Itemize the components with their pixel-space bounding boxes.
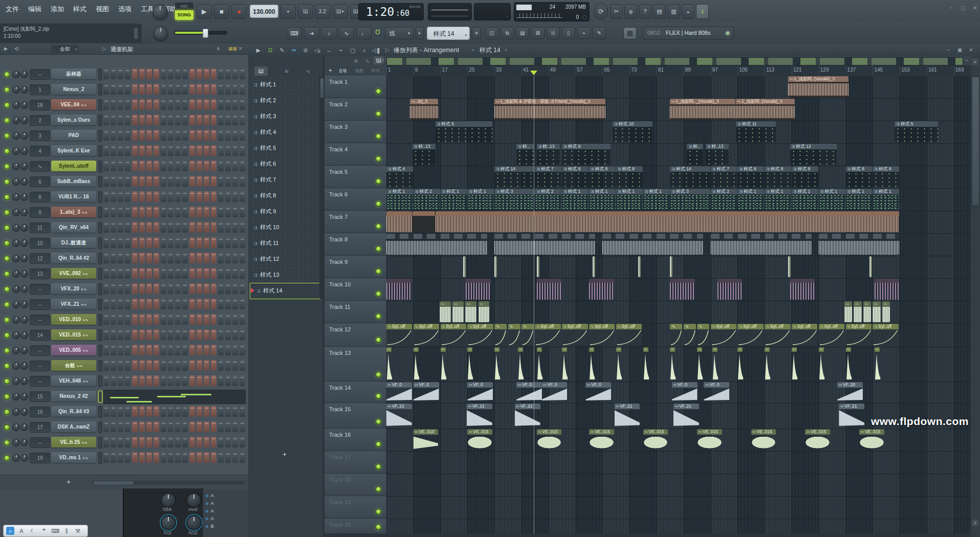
master-volume-knob[interactable] <box>153 4 168 19</box>
stop-button[interactable]: ■ <box>214 4 229 19</box>
track-options[interactable]: ... <box>329 339 334 344</box>
step-cell[interactable] <box>239 283 245 294</box>
clip-pat[interactable]: ヨ样.. <box>687 144 703 165</box>
step-cell[interactable] <box>218 421 224 432</box>
channel-target-selector[interactable]: -- <box>30 299 50 310</box>
step-cell[interactable] <box>103 375 109 386</box>
channel-pan-knob[interactable] <box>12 163 20 170</box>
help-button[interactable]: ? <box>639 4 651 19</box>
playlist-close[interactable]: ✕ <box>967 47 975 53</box>
step-cell[interactable] <box>139 283 145 294</box>
clip-hat10[interactable] <box>466 279 491 300</box>
channel-mini-fader[interactable] <box>98 145 102 157</box>
step-cell[interactable] <box>154 115 159 125</box>
channel-pan-knob[interactable] <box>12 132 20 140</box>
clip-pat6[interactable]: ヨ样式 3 <box>494 189 534 210</box>
track-header[interactable]: Track 4... <box>324 143 386 166</box>
step-cell[interactable] <box>132 145 138 156</box>
step-cell[interactable] <box>154 145 159 156</box>
step-cell[interactable] <box>239 191 245 202</box>
channel-name-button[interactable]: 合鼓 ∿∿ <box>51 360 96 371</box>
step-cell[interactable] <box>132 452 138 463</box>
clip-ve[interactable]: ↦VE..015 <box>467 429 492 450</box>
step-cell[interactable] <box>218 314 224 325</box>
clip-pat6[interactable]: ヨ样式 1 <box>441 189 467 210</box>
step-cell[interactable] <box>197 253 202 263</box>
step-cell[interactable] <box>182 237 188 248</box>
track-options[interactable]: ... <box>329 226 334 230</box>
step-cell[interactable] <box>232 207 238 217</box>
clip-hat10[interactable] <box>875 279 900 300</box>
step-cell[interactable] <box>154 84 159 95</box>
channel-volume-knob[interactable] <box>20 439 28 446</box>
channel-led[interactable] <box>4 256 10 261</box>
step-cell[interactable] <box>175 207 181 217</box>
clip-spike[interactable]: ↦ <box>846 347 852 381</box>
step-cell[interactable] <box>204 421 209 432</box>
clip-grp8[interactable] <box>819 234 899 255</box>
step-cell[interactable] <box>111 145 116 156</box>
step-cell[interactable] <box>211 161 216 171</box>
step-cell[interactable] <box>232 99 238 110</box>
channel-mini-fader[interactable] <box>98 253 102 264</box>
clip-ve[interactable]: ↦VE..015 <box>537 429 562 450</box>
step-cell[interactable] <box>218 283 224 294</box>
step-cell[interactable] <box>204 191 209 202</box>
step-cell[interactable] <box>175 268 181 279</box>
channel-mini-fader[interactable] <box>98 130 102 142</box>
channel-target-selector[interactable]: -- <box>30 69 50 80</box>
step-cell[interactable] <box>218 406 224 417</box>
step-cell[interactable] <box>218 345 224 355</box>
channel-pan-knob[interactable] <box>12 362 20 370</box>
track-led[interactable] <box>376 246 381 252</box>
track-options[interactable]: ... <box>329 293 334 298</box>
step-cell[interactable] <box>225 145 231 156</box>
step-cell[interactable] <box>125 452 130 463</box>
step-cell[interactable] <box>125 130 130 141</box>
step-cell[interactable] <box>146 421 152 432</box>
step-cell[interactable] <box>211 84 216 95</box>
step-cell[interactable] <box>239 406 245 417</box>
step-cell[interactable] <box>211 299 216 309</box>
step-cell[interactable] <box>225 176 231 187</box>
step-cell[interactable] <box>182 437 188 448</box>
channel-pan-knob[interactable] <box>12 239 20 247</box>
step-cell[interactable] <box>132 176 138 187</box>
channel-pan-knob[interactable] <box>12 147 20 155</box>
channel-volume-knob[interactable] <box>20 132 28 140</box>
step-cell[interactable] <box>189 329 195 340</box>
channel-volume-knob[interactable] <box>20 224 28 232</box>
clip-pat[interactable]: ヨ样.. <box>516 144 534 165</box>
step-cell[interactable] <box>175 314 181 325</box>
step-cell[interactable] <box>132 268 138 279</box>
clip-vf0[interactable]: ↦VF..0 <box>672 382 698 402</box>
step-cell[interactable] <box>197 314 202 325</box>
step-cell[interactable] <box>154 130 159 141</box>
step-cell[interactable] <box>204 222 209 233</box>
mic-button[interactable]: φ <box>624 4 637 19</box>
step-cell[interactable] <box>154 283 159 294</box>
channel-led[interactable] <box>4 409 10 415</box>
channel-target-selector[interactable]: 19 <box>30 453 50 463</box>
search-icon[interactable]: ⌕ <box>6 527 14 535</box>
step-cell[interactable] <box>204 161 209 171</box>
step-cell[interactable] <box>103 437 109 448</box>
step-cell[interactable] <box>111 99 116 110</box>
step-cell[interactable] <box>103 99 109 110</box>
view-channel-rack-button[interactable]: ▤ <box>516 27 529 39</box>
step-cell[interactable] <box>139 237 145 248</box>
channel-mini-fader[interactable] <box>98 161 102 172</box>
step-cell[interactable] <box>197 99 202 110</box>
step-cell[interactable] <box>225 375 231 386</box>
clip-spike[interactable]: ↦ <box>386 347 393 381</box>
track-led[interactable] <box>376 337 381 343</box>
step-cell[interactable] <box>154 99 159 110</box>
track-options[interactable]: ... <box>329 511 334 516</box>
step-cell[interactable] <box>168 222 173 233</box>
step-cell[interactable] <box>197 360 202 371</box>
step-cell[interactable] <box>103 268 109 279</box>
channel-pan-knob[interactable] <box>12 439 20 446</box>
playlist-grid[interactable]: ↦1_浅影阿..(Vocals)_3↦..ls)_3↦1_浅影阿 & 汐音社 -… <box>386 76 971 534</box>
channel-target-selector[interactable]: 16 <box>30 407 50 417</box>
step-cell[interactable] <box>132 329 138 340</box>
